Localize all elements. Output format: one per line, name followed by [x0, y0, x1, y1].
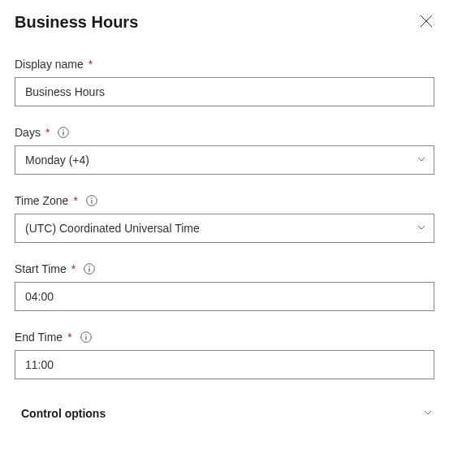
svg-rect-11	[85, 336, 86, 340]
svg-rect-8	[89, 268, 90, 272]
days-label: Days *	[15, 126, 434, 139]
days-label-text: Days	[15, 126, 41, 139]
close-icon	[420, 15, 433, 30]
control-options-toggle[interactable]: Control options	[15, 399, 434, 420]
svg-rect-2	[63, 132, 64, 136]
info-icon[interactable]	[84, 263, 95, 275]
info-icon[interactable]	[58, 127, 69, 138]
svg-point-10	[85, 334, 87, 335]
display-name-label: Display name *	[15, 58, 434, 71]
close-button[interactable]	[418, 15, 434, 31]
days-select-value: Monday (+4)	[25, 154, 89, 167]
panel-title: Business Hours	[15, 13, 138, 32]
svg-point-4	[91, 197, 93, 199]
start-time-input[interactable]	[15, 282, 434, 311]
days-select[interactable]: Monday (+4)	[15, 145, 434, 175]
info-icon[interactable]	[80, 331, 92, 343]
timezone-label-text: Time Zone	[15, 194, 68, 207]
control-options-label: Control options	[21, 407, 106, 420]
required-asterisk: *	[71, 262, 76, 275]
svg-point-7	[89, 266, 90, 267]
display-name-input[interactable]	[15, 77, 434, 106]
timezone-select-value: (UTC) Coordinated Universal Time	[25, 222, 200, 235]
chevron-down-icon	[423, 407, 433, 420]
svg-rect-5	[91, 200, 92, 204]
info-icon[interactable]	[86, 195, 97, 206]
svg-point-1	[63, 129, 65, 131]
timezone-label: Time Zone *	[15, 194, 434, 207]
end-time-label: End Time *	[15, 331, 434, 344]
required-asterisk: *	[73, 194, 77, 207]
display-name-label-text: Display name	[15, 58, 84, 71]
end-time-input[interactable]	[15, 350, 434, 379]
timezone-select[interactable]: (UTC) Coordinated Universal Time	[15, 214, 434, 243]
required-asterisk: *	[89, 58, 93, 71]
start-time-label: Start Time *	[15, 262, 434, 275]
start-time-label-text: Start Time	[15, 262, 67, 275]
end-time-label-text: End Time	[15, 331, 63, 344]
required-asterisk: *	[45, 126, 50, 139]
required-asterisk: *	[67, 331, 71, 344]
